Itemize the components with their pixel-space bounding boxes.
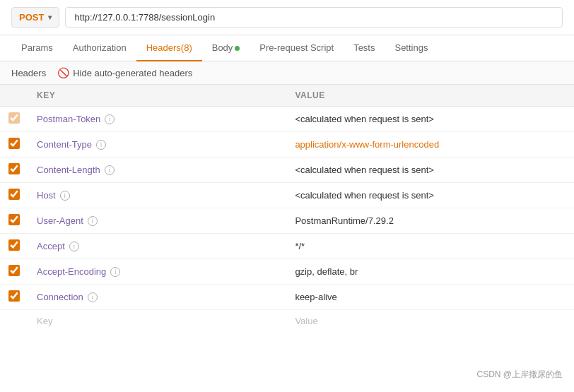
tab-body[interactable]: Body <box>202 35 250 61</box>
url-input[interactable] <box>65 7 563 28</box>
col-value: VALUE <box>286 85 574 107</box>
row-key: Postman-Token <box>37 114 100 124</box>
table-header-row: KEY VALUE <box>0 85 574 107</box>
row-value-cell: */* <box>286 234 574 259</box>
row-key-cell: Accepti <box>28 234 286 259</box>
headers-sub-toolbar: Headers 🚫 Hide auto-generated headers <box>0 61 574 85</box>
row-checkbox-cell <box>0 183 28 208</box>
row-key: User-Agent <box>37 215 83 226</box>
row-value-cell: PostmanRuntime/7.29.2 <box>286 208 574 234</box>
method-label: POST <box>19 12 44 23</box>
col-checkbox <box>0 85 28 107</box>
row-checkbox[interactable] <box>8 290 20 302</box>
row-key-cell: Hosti <box>28 183 286 208</box>
row-key-cell: Connectioni <box>28 285 286 310</box>
row-checkbox-cell <box>0 259 28 285</box>
tab-authorization[interactable]: Authorization <box>63 35 136 61</box>
row-key: Content-Length <box>37 165 100 175</box>
info-icon[interactable]: i <box>88 292 98 302</box>
table-row: Accept-Encodingigzip, deflate, br <box>0 259 574 285</box>
row-key-cell: Accept-Encodingi <box>28 259 286 285</box>
row-key: Content-Type <box>37 139 92 150</box>
table-row: Accepti*/* <box>0 234 574 259</box>
row-checkbox[interactable] <box>8 189 20 200</box>
row-checkbox[interactable] <box>8 239 20 251</box>
row-key-cell: Postman-Tokeni <box>28 107 286 132</box>
info-icon[interactable]: i <box>60 191 70 201</box>
row-checkbox[interactable] <box>8 265 20 276</box>
info-icon[interactable]: i <box>69 242 79 251</box>
empty-checkbox-cell <box>0 310 28 333</box>
row-key: Connection <box>37 292 83 302</box>
row-checkbox-cell <box>0 158 28 183</box>
hide-icon: 🚫 <box>57 67 69 78</box>
empty-key-cell[interactable]: Key <box>28 310 286 333</box>
row-checkbox[interactable] <box>8 138 20 149</box>
info-icon[interactable]: i <box>88 216 98 226</box>
row-value-cell: <calculated when request is sent> <box>286 107 574 132</box>
row-checkbox[interactable] <box>8 112 20 124</box>
row-key: Host <box>37 190 56 201</box>
info-icon[interactable]: i <box>110 267 120 277</box>
row-value-cell: <calculated when request is sent> <box>286 158 574 183</box>
chevron-down-icon: ▾ <box>48 13 52 21</box>
tab-params[interactable]: Params <box>11 35 63 61</box>
table-row: Postman-Tokeni<calculated when request i… <box>0 107 574 132</box>
hide-auto-headers-button[interactable]: 🚫 Hide auto-generated headers <box>57 67 192 78</box>
table-row: Content-Typeiapplication/x-www-form-urle… <box>0 132 574 158</box>
table-row: User-AgentiPostmanRuntime/7.29.2 <box>0 208 574 234</box>
row-value-cell: keep-alive <box>286 285 574 310</box>
table-row: Content-Lengthi<calculated when request … <box>0 158 574 183</box>
col-key: KEY <box>28 85 286 107</box>
row-checkbox-cell <box>0 234 28 259</box>
tab-tests[interactable]: Tests <box>344 35 385 61</box>
info-icon[interactable]: i <box>96 140 106 150</box>
row-checkbox-cell <box>0 107 28 132</box>
tab-settings[interactable]: Settings <box>385 35 438 61</box>
empty-value-cell[interactable]: Value <box>286 310 574 333</box>
info-icon[interactable]: i <box>105 114 115 124</box>
row-checkbox-cell <box>0 132 28 158</box>
row-key-cell: Content-Typei <box>28 132 286 158</box>
info-icon[interactable]: i <box>105 165 115 175</box>
request-tabs: Params Authorization Headers(8) Body Pre… <box>0 35 574 61</box>
headers-table: KEY VALUE Postman-Tokeni<calculated when… <box>0 85 574 332</box>
row-checkbox-cell <box>0 208 28 234</box>
method-selector[interactable]: POST ▾ <box>11 7 59 28</box>
row-key-cell: User-Agenti <box>28 208 286 234</box>
row-key-cell: Content-Lengthi <box>28 158 286 183</box>
row-value-cell: application/x-www-form-urlencoded <box>286 132 574 158</box>
row-value-cell: <calculated when request is sent> <box>286 183 574 208</box>
table-row: Hosti<calculated when request is sent> <box>0 183 574 208</box>
row-checkbox-cell <box>0 285 28 310</box>
tab-headers[interactable]: Headers(8) <box>136 35 202 61</box>
sub-tab-headers[interactable]: Headers <box>11 68 46 78</box>
table-row: Connectionikeep-alive <box>0 285 574 310</box>
url-bar: POST ▾ <box>0 0 574 35</box>
tab-pre-request[interactable]: Pre-request Script <box>250 35 344 61</box>
table-row-empty: Key Value <box>0 310 574 333</box>
row-key: Accept <box>37 241 65 251</box>
row-key: Accept-Encoding <box>37 266 106 277</box>
row-value-cell: gzip, deflate, br <box>286 259 574 285</box>
row-checkbox[interactable] <box>8 214 20 225</box>
hide-auto-label: Hide auto-generated headers <box>73 68 192 78</box>
row-checkbox[interactable] <box>8 163 20 174</box>
